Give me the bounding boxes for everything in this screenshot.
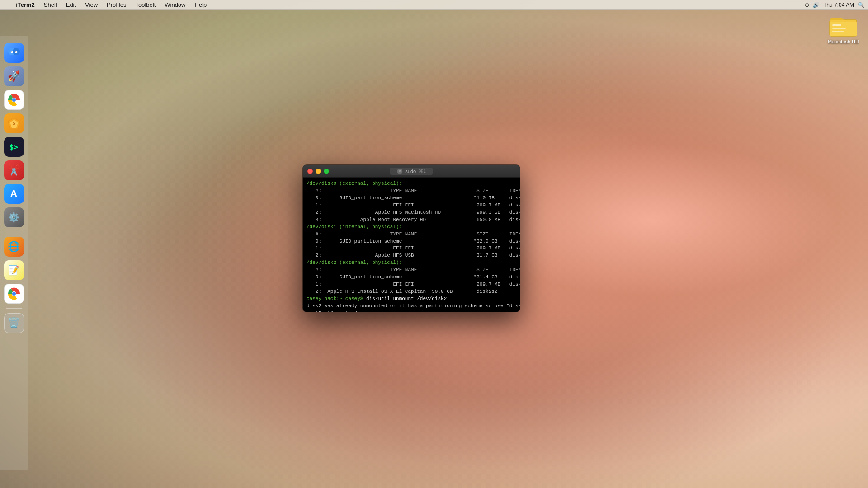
svg-point-4 — [11, 52, 12, 52]
term-line: /dev/disk2 (external, physical): — [307, 259, 516, 267]
term-line: 3: Apple_Boot Recovery HD 650.0 MB disk0… — [307, 216, 516, 224]
svg-rect-18 — [832, 28, 846, 29]
minimize-button[interactable] — [316, 169, 321, 174]
dock-divider-2 — [6, 308, 22, 309]
folder-icon — [829, 14, 858, 37]
dock-sketch[interactable]: S — [4, 113, 24, 133]
dock-divider — [6, 232, 22, 232]
dock-iterm[interactable]: $> — [4, 137, 24, 157]
term-line: #: TYPE NAME SIZE IDENTIFIER — [307, 267, 516, 274]
menu-toolbelt[interactable]: Toolbelt — [131, 0, 160, 9]
dock-vpn[interactable]: 🌐 — [4, 237, 24, 257]
desktop:  iTerm2 Shell Edit View Profiles Toolbe… — [0, 0, 868, 488]
menu-view[interactable]: View — [80, 0, 102, 9]
term-line: /dev/disk0 (external, physical): — [307, 180, 516, 188]
term-line: 0: GUID_partition_scheme *1.0 TB disk0 — [307, 195, 516, 202]
term-line: casey-hack:~ casey$ diskutil unmount /de… — [307, 296, 516, 303]
clock: Thu 7:04 AM — [823, 2, 854, 8]
terminal-tab-sudo[interactable]: × sudo ⌘1 — [390, 168, 433, 175]
menu-profiles[interactable]: Profiles — [102, 0, 131, 9]
term-line: #: TYPE NAME SIZE IDENTIFIER — [307, 188, 516, 195]
dock-chrome2[interactable] — [4, 284, 24, 304]
dock-sysprefs[interactable]: ⚙️ — [4, 207, 24, 227]
menu-edit[interactable]: Edit — [61, 0, 80, 9]
close-button[interactable] — [307, 169, 313, 174]
svg-rect-19 — [832, 31, 844, 32]
dock-appstore[interactable]: A — [4, 184, 24, 204]
menu-window[interactable]: Window — [160, 0, 190, 9]
wifi-icon: ⊙ — [805, 2, 809, 8]
menubar-right: ⊙ 🔊 Thu 7:04 AM 🔍 — [805, 2, 864, 8]
term-line: 2: Apple_HFS Macintosh HD 999.3 GB disk0… — [307, 209, 516, 216]
search-icon[interactable]: 🔍 — [858, 2, 864, 8]
tab-shortcut: ⌘1 — [419, 169, 426, 174]
tab-name: sudo — [405, 169, 416, 174]
term-line: 1: EFI EFI 209.7 MB disk1s1 — [307, 245, 516, 252]
terminal-titlebar: × sudo ⌘1 — [303, 165, 520, 178]
dock-trash[interactable]: 🗑️ — [4, 313, 24, 333]
svg-point-5 — [15, 52, 16, 52]
term-line: disk2 was already unmounted or it has a … — [307, 303, 516, 310]
term-line: #: TYPE NAME SIZE IDENTIFIER — [307, 231, 516, 238]
term-line: 0: GUID_partition_scheme *31.4 GB disk2 — [307, 274, 516, 281]
svg-point-8 — [12, 98, 16, 102]
svg-rect-17 — [832, 24, 841, 26]
term-line: ountDisk" instead — [307, 310, 516, 312]
macintosh-hd-icon[interactable]: Macintosh HD — [828, 14, 859, 44]
macintosh-hd-label: Macintosh HD — [828, 39, 859, 44]
menu-shell[interactable]: Shell — [39, 0, 61, 9]
app-name[interactable]: iTerm2 — [11, 0, 39, 9]
term-line: 0: GUID_partition_scheme *32.0 GB disk1 — [307, 238, 516, 245]
menu-items: iTerm2 Shell Edit View Profiles Toolbelt… — [11, 0, 211, 9]
dock: 🚀 S $> ✂️ — [0, 36, 28, 470]
tab-bar: × sudo ⌘1 — [390, 168, 433, 175]
terminal-window: × sudo ⌘1 /dev/disk0 (external, physical… — [303, 165, 520, 312]
terminal-content[interactable]: /dev/disk0 (external, physical): #: TYPE… — [303, 178, 520, 312]
term-line: 1: EFI EFI 209.7 MB disk0s1 — [307, 202, 516, 209]
dock-chrome[interactable] — [4, 90, 24, 110]
term-line: 2: Apple_HFS USB 31.7 GB disk1s2 — [307, 252, 516, 259]
volume-icon: 🔊 — [813, 2, 820, 8]
menu-help[interactable]: Help — [190, 0, 212, 9]
term-line: 1: EFI EFI 209.7 MB disk2s1 — [307, 281, 516, 288]
tab-close-icon[interactable]: × — [397, 169, 402, 174]
dock-xtools[interactable]: ✂️ — [4, 160, 24, 180]
maximize-button[interactable] — [324, 169, 329, 174]
dock-notes[interactable]: 📝 — [4, 260, 24, 280]
svg-text:S: S — [12, 121, 15, 126]
traffic-lights — [307, 169, 329, 174]
apple-menu[interactable]:  — [4, 1, 6, 9]
svg-point-14 — [12, 292, 16, 296]
menubar:  iTerm2 Shell Edit View Profiles Toolbe… — [0, 0, 868, 10]
term-line: 2: Apple_HFS Install OS X El Capitan 30.… — [307, 288, 516, 296]
term-line: /dev/disk1 (internal, physical): — [307, 224, 516, 231]
dock-finder[interactable] — [4, 43, 24, 63]
dock-launchpad[interactable]: 🚀 — [4, 66, 24, 86]
